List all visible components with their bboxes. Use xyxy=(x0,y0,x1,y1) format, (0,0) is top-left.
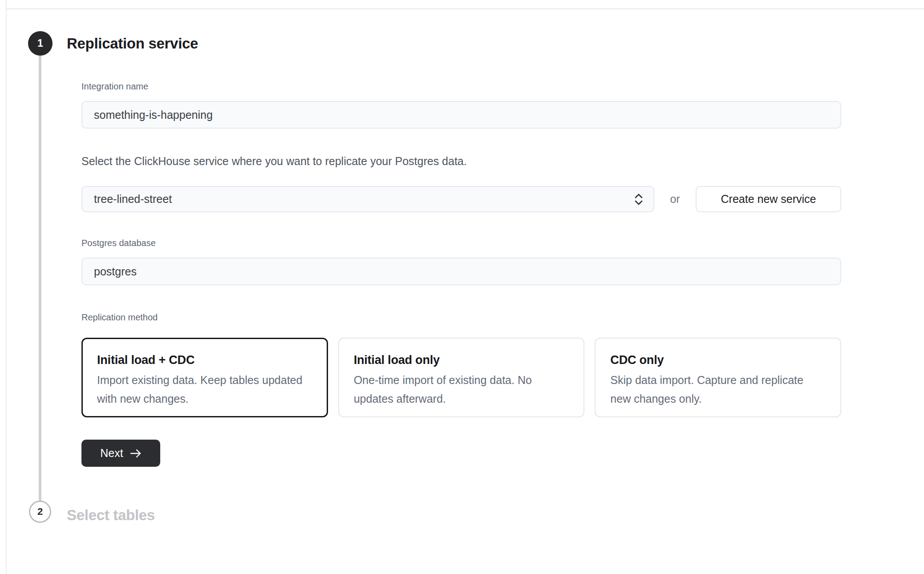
replication-service-form: Integration name Select the ClickHouse s… xyxy=(81,81,841,467)
arrow-right-icon xyxy=(130,449,142,458)
next-button[interactable]: Next xyxy=(81,440,160,467)
method-option-title: CDC only xyxy=(610,352,826,368)
replication-method-options: Initial load + CDC Import existing data.… xyxy=(81,338,841,417)
replication-method-label: Replication method xyxy=(81,311,841,323)
select-chevron-updown-icon xyxy=(634,193,644,206)
method-option-description: One-time import of existing data. No upd… xyxy=(354,371,569,408)
step-connector-line xyxy=(39,56,41,501)
step-1-number: 1 xyxy=(37,37,43,49)
service-select-row: tree-lined-street or Create new service xyxy=(81,186,841,212)
next-button-label: Next xyxy=(100,447,123,460)
method-option-description: Import existing data. Keep tables update… xyxy=(97,371,312,408)
integration-name-input[interactable] xyxy=(81,101,841,129)
integration-name-label: Integration name xyxy=(81,81,841,92)
postgres-database-label: Postgres database xyxy=(81,237,841,249)
step-2-indicator: 2 xyxy=(29,501,51,523)
method-option-cdc-only[interactable]: CDC only Skip data import. Capture and r… xyxy=(595,338,841,417)
step-1-title: Replication service xyxy=(67,34,198,53)
panel-top-border xyxy=(6,8,924,9)
step-2-number: 2 xyxy=(37,506,43,517)
method-option-title: Initial load + CDC xyxy=(97,352,312,368)
service-select[interactable]: tree-lined-street xyxy=(81,186,654,212)
method-option-description: Skip data import. Capture and replicate … xyxy=(610,371,826,408)
create-new-service-button[interactable]: Create new service xyxy=(696,186,841,212)
step-1-indicator: 1 xyxy=(28,31,53,56)
postgres-database-input[interactable] xyxy=(81,258,841,285)
method-option-initial-load-only[interactable]: Initial load only One-time import of exi… xyxy=(338,338,585,417)
method-option-initial-load-cdc[interactable]: Initial load + CDC Import existing data.… xyxy=(81,338,328,417)
or-label: or xyxy=(654,193,696,206)
method-option-title: Initial load only xyxy=(354,352,569,368)
service-select-value: tree-lined-street xyxy=(94,193,172,206)
service-select-description: Select the ClickHouse service where you … xyxy=(81,154,841,168)
step-2-title: Select tables xyxy=(67,505,155,525)
panel-left-border xyxy=(6,0,7,574)
